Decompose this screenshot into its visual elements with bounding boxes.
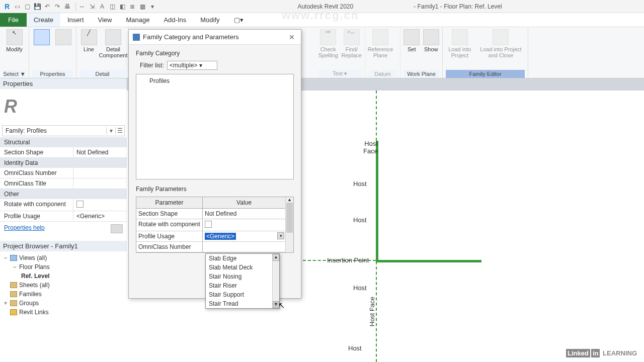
prop-row-rotate: Rotate with component xyxy=(0,199,127,211)
qat-dimension-icon[interactable]: ⇲ xyxy=(88,3,96,11)
tab-context-dropdown[interactable]: ▢▾ xyxy=(227,13,251,27)
tree-sheets[interactable]: Sheets (all) xyxy=(3,281,124,290)
qat-text-icon[interactable]: A xyxy=(98,3,106,11)
properties-button[interactable] xyxy=(32,29,51,45)
properties-panel-title: Properties xyxy=(0,78,127,89)
tab-create[interactable]: Create xyxy=(27,13,60,27)
param-row-profile-usage: Profile Usage<Generic>▾ xyxy=(136,231,285,242)
dialog-titlebar[interactable]: Family Category and Parameters ✕ xyxy=(129,30,301,45)
dialog-title: Family Category and Parameters xyxy=(143,33,287,41)
ribbon-group-datum: Datum xyxy=(368,70,397,78)
label-host-3: Host xyxy=(353,284,367,292)
qat-measure-icon[interactable]: ↔ xyxy=(78,3,86,11)
load-into-project-close-button[interactable]: Load into Project and Close xyxy=(477,29,525,58)
profile-usage-dropdown-arrow[interactable]: ▾ xyxy=(277,232,284,239)
filter-list-dropdown[interactable]: <multiple> ▾ xyxy=(167,61,217,70)
profile-usage-cell[interactable]: <Generic>▾ xyxy=(203,231,285,241)
chevron-down-icon[interactable]: ▾ xyxy=(106,127,115,134)
line-tool[interactable]: ╱Line xyxy=(79,29,98,52)
scroll-up-arrow[interactable]: ▲ xyxy=(273,254,279,261)
category-listbox[interactable]: Profiles xyxy=(136,74,294,179)
qat-thin-lines-icon[interactable]: ≣ xyxy=(128,3,136,11)
qat-redo-icon[interactable]: ↷ xyxy=(53,3,61,11)
option-stair-nosing[interactable]: Stair Nosing xyxy=(206,272,279,281)
find-replace-button[interactable]: ᴬ↔Find/ Replace xyxy=(342,29,362,58)
properties-help-link[interactable]: Properties help xyxy=(0,222,127,236)
tab-view[interactable]: View xyxy=(91,13,119,27)
filter-list-label: Filter list: xyxy=(140,62,164,69)
ribbon-group-text[interactable]: Text ▾ xyxy=(318,69,362,78)
qat-open-icon[interactable]: ▢ xyxy=(23,3,31,11)
browser-tree: −Views (all) −Floor Plans Ref. Level She… xyxy=(0,251,127,319)
qat-section-icon[interactable]: ◧ xyxy=(118,3,126,11)
qat-undo-icon[interactable]: ↶ xyxy=(43,3,51,11)
tree-revit-links[interactable]: Revit Links xyxy=(3,308,124,317)
qat-switch-windows-icon[interactable]: ▾ xyxy=(148,3,156,11)
tree-views[interactable]: −Views (all) xyxy=(3,253,124,262)
type-preview: R xyxy=(0,89,127,124)
profile-usage-dropdown[interactable]: Slab Edge Slab Metal Deck Stair Nosing S… xyxy=(205,253,280,309)
tree-families[interactable]: Families xyxy=(3,290,124,299)
option-slab-edge[interactable]: Slab Edge xyxy=(206,254,279,263)
find-icon: ᴬ↔ xyxy=(344,29,360,45)
family-parameters-table: Parameter Value Section ShapeNot Defined… xyxy=(136,197,294,253)
col-value: Value xyxy=(203,197,285,208)
tab-modify[interactable]: Modify xyxy=(193,13,226,27)
param-row-omniclass: OmniClass Number xyxy=(136,242,285,252)
family-types-icon xyxy=(55,29,71,45)
option-stair-tread[interactable]: Stair Tread xyxy=(206,299,279,308)
line-icon: ╱ xyxy=(81,29,97,45)
ribbon-group-properties: Properties xyxy=(32,70,73,78)
ribbon: ↖Modify Select ▼ Properties ╱Line Detail… xyxy=(0,27,644,78)
family-category-label: Family Category xyxy=(136,50,294,57)
prop-row-profile-usage: Profile Usage<Generic> xyxy=(0,211,127,222)
modify-tool[interactable]: ↖Modify xyxy=(3,29,26,52)
rotate-checkbox[interactable] xyxy=(76,201,84,208)
tree-groups[interactable]: +Groups xyxy=(3,299,124,308)
show-workplane-button[interactable]: Show xyxy=(423,29,440,52)
tree-floor-plans[interactable]: −Floor Plans xyxy=(3,262,124,272)
edit-type-icon[interactable]: ☰ xyxy=(115,127,124,134)
linkedin-learning-brand: Linkedin LEARNING xyxy=(566,349,637,357)
label-host-face: Host Face xyxy=(363,140,378,155)
tab-addins[interactable]: Add-Ins xyxy=(156,13,193,27)
load-into-project-button[interactable]: Load into Project xyxy=(446,29,474,58)
rotate-checkbox-dlg[interactable] xyxy=(205,221,212,228)
label-host-1: Host xyxy=(353,180,367,188)
family-type-selector[interactable]: Family: Profiles ▾ ☰ xyxy=(2,125,125,136)
sheets-icon xyxy=(10,282,17,288)
ref-plane-icon xyxy=(372,29,388,45)
detail-component-tool[interactable]: Detail Component xyxy=(101,29,125,58)
revit-logo-icon: R xyxy=(3,3,11,11)
qat-print-icon[interactable]: 🖶 xyxy=(63,3,71,11)
check-spelling-button[interactable]: ᴬᴮCheck Spelling xyxy=(318,29,339,58)
option-stair-support[interactable]: Stair Support xyxy=(206,290,279,299)
reference-plane-tool[interactable]: Reference Plane xyxy=(368,29,392,58)
set-workplane-button[interactable]: Set xyxy=(404,29,420,52)
param-table-scrollbar[interactable]: ▲ xyxy=(285,197,293,252)
families-icon xyxy=(10,291,17,297)
family-types-button[interactable] xyxy=(54,29,73,45)
dialog-close-button[interactable]: ✕ xyxy=(287,33,297,41)
mouse-cursor-icon: ↖ xyxy=(278,301,285,310)
category-item-profiles[interactable]: Profiles xyxy=(141,77,288,84)
qat-close-inactive-icon[interactable]: ▦ xyxy=(138,3,146,11)
file-tab[interactable]: File xyxy=(0,13,27,27)
label-host-face-vertical: Host Face xyxy=(368,297,376,326)
qat-new-icon[interactable]: ▭ xyxy=(13,3,21,11)
tree-ref-level[interactable]: Ref. Level xyxy=(3,272,124,281)
option-stair-riser[interactable]: Stair Riser xyxy=(206,281,279,290)
option-slab-metal-deck[interactable]: Slab Metal Deck xyxy=(206,263,279,272)
views-icon xyxy=(10,255,17,261)
qat-save-icon[interactable]: 💾 xyxy=(33,3,41,11)
show-icon xyxy=(423,29,439,45)
detail-component-icon xyxy=(105,29,121,45)
apply-button[interactable] xyxy=(111,224,123,233)
dropdown-scrollbar[interactable]: ▲ ▼ xyxy=(272,254,279,308)
qat-3d-icon[interactable]: ◫ xyxy=(108,3,116,11)
prop-group-structural: Structural xyxy=(0,137,127,147)
ribbon-group-select[interactable]: Select ▼ xyxy=(3,70,26,78)
tab-manage[interactable]: Manage xyxy=(119,13,156,27)
prop-row-omniclass-number: OmniClass Number xyxy=(0,168,127,178)
tab-insert[interactable]: Insert xyxy=(60,13,91,27)
